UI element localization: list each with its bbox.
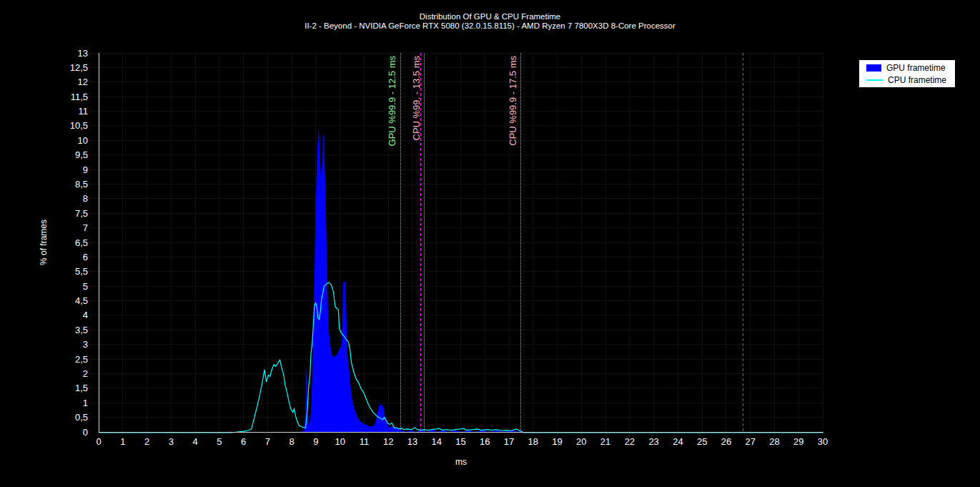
marker-label-2: CPU %99. - 13.5 ms bbox=[411, 56, 422, 141]
x-tick-label: 30 bbox=[818, 436, 828, 447]
y-tick-label: 6,5 bbox=[75, 237, 88, 248]
x-tick-label: 18 bbox=[528, 436, 538, 447]
y-tick-label: 3,5 bbox=[75, 325, 88, 335]
y-tick-label: 4 bbox=[83, 310, 88, 320]
x-tick-label: 22 bbox=[625, 436, 635, 447]
x-tick-label: 15 bbox=[455, 436, 465, 447]
y-tick-label: 0 bbox=[83, 427, 88, 438]
y-tick-label: 13 bbox=[78, 48, 88, 59]
x-tick-label: 25 bbox=[697, 436, 707, 447]
y-tick-label: 2 bbox=[83, 368, 88, 379]
marker-label-0: GPU %99.9 - 12.5 ms bbox=[387, 56, 397, 147]
y-tick-label: 11 bbox=[79, 106, 89, 117]
y-tick-label: 5 bbox=[83, 281, 88, 292]
x-tick-label: 16 bbox=[480, 436, 490, 447]
y-tick-label: 1 bbox=[83, 398, 88, 408]
legend: GPU frametime CPU frametime bbox=[859, 60, 955, 87]
legend-item-gpu: GPU frametime bbox=[859, 63, 955, 73]
gridlines bbox=[89, 53, 823, 436]
x-tick-label: 27 bbox=[745, 436, 755, 447]
y-tick-label: 8 bbox=[83, 193, 88, 204]
x-tick-label: 9 bbox=[313, 436, 318, 447]
y-tick-label: 0,5 bbox=[75, 412, 88, 423]
x-tick-label: 23 bbox=[648, 436, 658, 447]
x-tick-label: 8 bbox=[289, 436, 295, 447]
y-tick-labels: 00,511,522,533,544,555,566,577,588,599,5… bbox=[70, 48, 88, 438]
x-tick-label: 14 bbox=[431, 436, 441, 447]
x-axis-title: ms bbox=[432, 457, 490, 467]
y-tick-label: 12,5 bbox=[70, 62, 88, 73]
y-tick-label: 12 bbox=[78, 77, 88, 87]
x-tick-label: 1 bbox=[120, 436, 125, 447]
frametime-chart: 0123456789101112131415161718192021222324… bbox=[0, 0, 980, 487]
x-tick-label: 7 bbox=[265, 436, 270, 447]
x-tick-label: 12 bbox=[383, 436, 393, 447]
marker-label-3: CPU %99.9 - 17.5 ms bbox=[508, 56, 518, 146]
x-tick-label: 4 bbox=[192, 436, 197, 447]
x-tick-label: 13 bbox=[407, 436, 417, 447]
x-tick-label: 3 bbox=[169, 436, 174, 447]
y-tick-label: 7,5 bbox=[75, 208, 88, 219]
legend-item-cpu: CPU frametime bbox=[859, 75, 955, 85]
y-axis-title: % of frames bbox=[39, 207, 49, 278]
x-tick-label: 17 bbox=[504, 436, 514, 447]
x-tick-label: 29 bbox=[793, 436, 803, 447]
x-tick-label: 19 bbox=[552, 436, 562, 447]
y-tick-label: 9,5 bbox=[75, 149, 88, 160]
x-tick-label: 2 bbox=[144, 436, 149, 447]
cpu-line-swatch bbox=[866, 79, 883, 81]
x-tick-label: 0 bbox=[96, 436, 101, 447]
y-tick-label: 10,5 bbox=[70, 120, 88, 131]
x-tick-label: 5 bbox=[217, 436, 222, 447]
x-tick-label: 24 bbox=[673, 436, 683, 447]
y-tick-label: 2,5 bbox=[75, 354, 88, 365]
x-tick-labels: 0123456789101112131415161718192021222324… bbox=[96, 436, 828, 447]
gpu-legend-label: GPU frametime bbox=[886, 63, 946, 73]
x-tick-label: 20 bbox=[576, 436, 586, 447]
x-tick-label: 21 bbox=[600, 436, 610, 447]
gpu-area-swatch bbox=[866, 64, 881, 72]
y-tick-label: 3 bbox=[83, 339, 88, 350]
x-tick-label: 11 bbox=[360, 436, 370, 447]
x-tick-label: 6 bbox=[241, 436, 246, 447]
cpu-legend-label: CPU frametime bbox=[888, 75, 946, 85]
x-tick-label: 10 bbox=[335, 436, 345, 447]
y-tick-label: 1,5 bbox=[75, 383, 88, 393]
y-tick-label: 11,5 bbox=[71, 92, 88, 102]
x-tick-label: 28 bbox=[769, 436, 779, 447]
y-tick-label: 7 bbox=[83, 222, 88, 233]
y-tick-label: 9 bbox=[83, 164, 88, 175]
y-tick-label: 8,5 bbox=[75, 179, 88, 190]
y-tick-label: 10 bbox=[78, 135, 88, 146]
y-tick-label: 4,5 bbox=[75, 295, 88, 306]
x-tick-label: 26 bbox=[721, 436, 731, 447]
y-tick-label: 5,5 bbox=[75, 266, 88, 277]
y-tick-label: 6 bbox=[83, 252, 88, 262]
